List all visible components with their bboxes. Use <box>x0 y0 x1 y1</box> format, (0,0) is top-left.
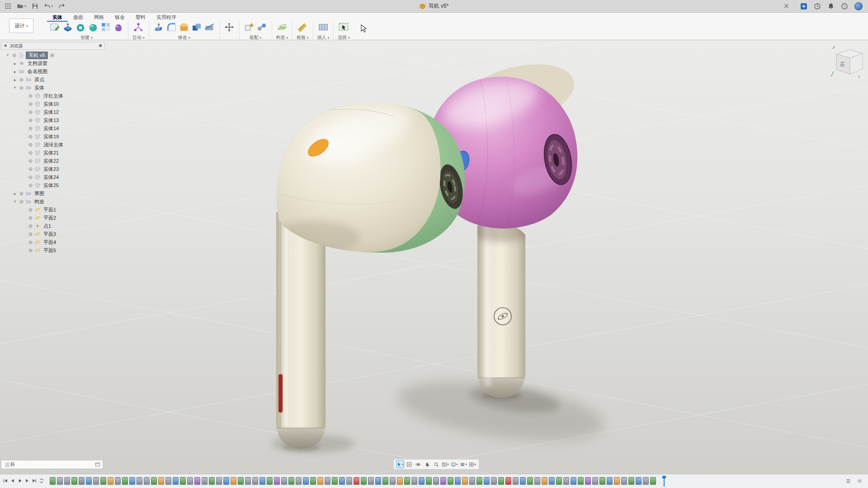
app-menu-button[interactable] <box>5 3 11 9</box>
timeline-feature-0[interactable] <box>50 477 56 485</box>
timeline-feature-74[interactable] <box>585 477 591 485</box>
timeline-feature-43[interactable] <box>361 477 367 485</box>
extrude-button[interactable] <box>62 22 73 33</box>
panel-dock-icon[interactable]: ▣ <box>99 43 102 47</box>
timeline-feature-17[interactable] <box>173 477 179 485</box>
tab-2[interactable]: 网格 <box>89 13 109 22</box>
timeline-feature-19[interactable] <box>187 477 193 485</box>
timeline-feature-24[interactable] <box>223 477 229 485</box>
visibility-icon[interactable] <box>28 110 33 115</box>
tree-item-label[interactable]: 实体22 <box>42 157 60 165</box>
timeline-feature-30[interactable] <box>267 477 273 485</box>
expander-icon[interactable]: ▶ <box>13 70 17 73</box>
tree-item-label[interactable]: 平面5 <box>42 247 57 254</box>
tree-item[interactable]: 实体12 <box>1 108 105 116</box>
orbit-badge[interactable] <box>494 308 511 325</box>
timeline-feature-26[interactable] <box>238 477 244 485</box>
timeline-feature-52[interactable] <box>426 477 432 485</box>
timeline-feature-40[interactable] <box>339 477 345 485</box>
timeline-feature-76[interactable] <box>599 477 605 485</box>
timeline-feature-73[interactable] <box>578 477 584 485</box>
expander-icon[interactable]: ▼ <box>13 200 17 203</box>
visibility-icon[interactable] <box>28 240 33 245</box>
timeline-feature-54[interactable] <box>440 477 446 485</box>
tree-item-label[interactable]: 浅绿主体 <box>42 141 65 149</box>
tree-item-label[interactable]: 实体23 <box>42 165 60 173</box>
visibility-icon[interactable] <box>28 232 33 237</box>
expander-icon[interactable]: ▶ <box>13 78 17 81</box>
timeline-feature-45[interactable] <box>375 477 381 485</box>
timeline-feature-21[interactable] <box>202 477 208 485</box>
zoom-button[interactable] <box>432 460 440 468</box>
timeline-feature-61[interactable] <box>491 477 497 485</box>
extensions-button[interactable] <box>800 3 807 10</box>
tree-item[interactable]: 浅绿主体 <box>1 141 105 149</box>
profile-avatar[interactable] <box>854 2 863 10</box>
select-tool-button[interactable]: ▾ <box>396 460 404 468</box>
visibility-icon[interactable] <box>28 183 33 188</box>
visibility-icon[interactable] <box>19 85 24 90</box>
timeline-feature-15[interactable] <box>158 477 164 485</box>
timeline-feature-68[interactable] <box>542 477 547 485</box>
tree-item[interactable]: 实体21 <box>1 149 105 157</box>
timeline-feature-53[interactable] <box>433 477 439 485</box>
timeline-settings-button[interactable] <box>857 478 863 484</box>
tree-item[interactable]: 实体14 <box>1 124 105 132</box>
fit-button[interactable]: ▾ <box>441 460 449 468</box>
construct-plane-button[interactable] <box>276 22 288 33</box>
tree-item[interactable]: ▼构造 <box>1 197 105 206</box>
notifications-button[interactable] <box>827 3 835 10</box>
timeline-feature-27[interactable] <box>245 477 251 485</box>
expander-icon[interactable]: ▼ <box>5 54 10 56</box>
visibility-icon[interactable] <box>28 126 33 131</box>
comment-box[interactable] <box>1 460 103 469</box>
visibility-icon[interactable] <box>19 199 24 204</box>
timeline-feature-11[interactable] <box>129 477 135 485</box>
timeline-feature-33[interactable] <box>288 477 294 485</box>
browser-header[interactable]: ◀ 浏览器 ▣ <box>1 42 105 50</box>
tree-item-label[interactable]: 构造 <box>33 198 46 206</box>
timeline-feature-44[interactable] <box>368 477 374 485</box>
joint-button[interactable] <box>256 22 268 33</box>
tab-1[interactable]: 曲面 <box>68 13 89 22</box>
timeline-feature-8[interactable] <box>108 477 113 485</box>
timeline-feature-77[interactable] <box>607 477 613 485</box>
timeline-feature-59[interactable] <box>476 477 482 485</box>
timeline-feature-31[interactable] <box>274 477 280 485</box>
tree-item[interactable]: ▼耳机 v5 <box>1 51 105 59</box>
tree-item-label[interactable]: 实体14 <box>42 125 60 132</box>
timeline-feature-20[interactable] <box>194 477 200 485</box>
timeline-feature-34[interactable] <box>296 477 302 485</box>
timeline-feature-25[interactable] <box>231 477 236 485</box>
timeline-feature-47[interactable] <box>390 477 396 485</box>
combine-button[interactable] <box>191 22 203 33</box>
group-label[interactable]: 修改▾ <box>178 34 190 41</box>
tree-item[interactable]: 平面5 <box>1 246 105 254</box>
timeline-feature-22[interactable] <box>209 477 215 485</box>
timeline-feature-10[interactable] <box>122 477 128 485</box>
timeline-feature-18[interactable] <box>180 477 186 485</box>
tree-item-label[interactable]: 实体12 <box>42 108 60 116</box>
timeline-feature-79[interactable] <box>621 477 627 485</box>
timeline-feature-41[interactable] <box>346 477 352 485</box>
timeline-feature-14[interactable] <box>151 477 157 485</box>
tree-item[interactable]: 实体19 <box>1 132 105 141</box>
viewport-canvas[interactable] <box>0 0 868 488</box>
timeline-feature-37[interactable] <box>317 477 323 485</box>
timeline-feature-7[interactable] <box>100 477 106 485</box>
timeline-notes-button[interactable] <box>845 478 851 484</box>
timeline-feature-36[interactable] <box>310 477 316 485</box>
tab-4[interactable]: 塑料 <box>130 13 151 22</box>
pan-button[interactable] <box>423 460 431 468</box>
group-label[interactable]: 选择▾ <box>338 34 350 41</box>
timeline-feature-23[interactable] <box>216 477 222 485</box>
undo-button[interactable]: ▾ <box>44 3 53 9</box>
tree-item-label[interactable]: 原点 <box>33 76 46 84</box>
expander-icon[interactable]: ▶ <box>13 62 17 65</box>
group-label[interactable]: 检验▾ <box>297 34 309 41</box>
orbit-button[interactable] <box>414 460 422 468</box>
timeline-feature-55[interactable] <box>448 477 453 485</box>
tree-item[interactable]: 实体23 <box>1 165 105 173</box>
tree-item[interactable]: 平面1 <box>1 206 105 214</box>
tree-item[interactable]: 实体13 <box>1 116 105 124</box>
